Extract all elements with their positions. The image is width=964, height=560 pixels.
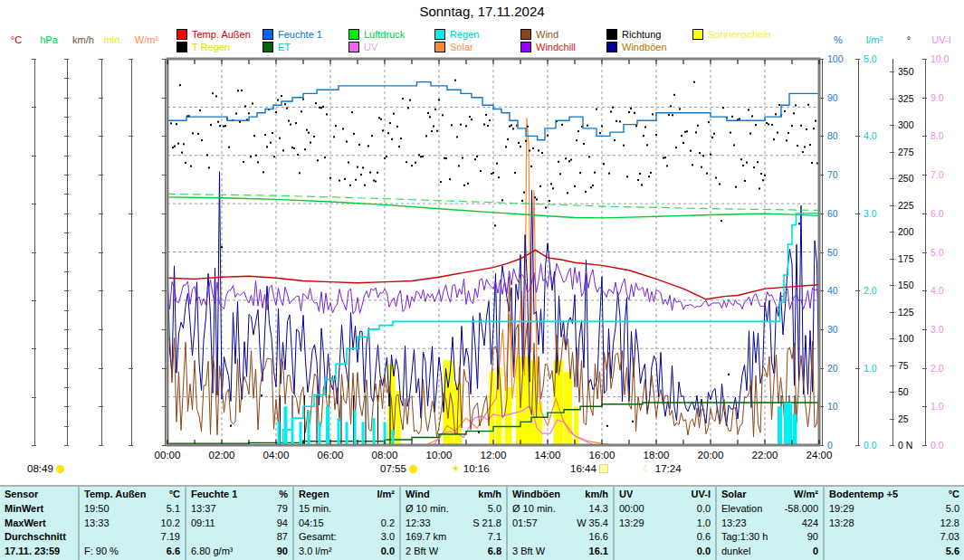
- group-row: 0.6: [619, 530, 711, 545]
- group-row: 19:295.0: [829, 502, 959, 517]
- group-row: 09:1194: [191, 517, 288, 531]
- group-row: 16.6: [512, 530, 608, 545]
- group-row: 13:3310.2: [84, 517, 180, 531]
- x-tick-label: 06:00: [318, 450, 344, 460]
- x-tick-label: 12:00: [481, 450, 507, 460]
- x-tick-label: 04:00: [263, 450, 290, 460]
- x-tick-label: 14:00: [535, 450, 561, 460]
- time-annotation: ☀10:16: [451, 463, 490, 474]
- group-row: F: 90 %6.6: [84, 545, 180, 559]
- plot-area: [0, 0, 964, 502]
- group-row: 13:2812.8: [829, 517, 959, 531]
- time-annotation: 07:55: [380, 463, 417, 474]
- row-label: MinWert: [5, 502, 73, 517]
- group-row: 0.0: [619, 545, 711, 559]
- row-label-column: SensorMinWertMaxWertDurchschnitt17.11. 2…: [0, 487, 78, 560]
- group-header: UVUV-I: [619, 488, 711, 502]
- group-row: 13:3779: [191, 502, 288, 517]
- row-label: Sensor: [5, 488, 73, 502]
- group-row: 3.0 l/m²0.0: [299, 545, 395, 559]
- group-row: 2 Bft W6.8: [406, 545, 501, 559]
- sun-icon: [409, 465, 417, 473]
- sensor-group-windb-en: Windböenkm/hØ 10 min.14.301:57W 35.416.6…: [506, 487, 613, 560]
- group-row: 01:57W 35.4: [512, 517, 608, 531]
- sensor-group-uv: UVUV-I00:000.013:291.00.60.0: [613, 487, 715, 560]
- x-tick-label: 22:00: [752, 450, 778, 460]
- group-header: Feuchte 1%: [191, 488, 288, 502]
- group-header: SolarW/m²: [721, 488, 818, 502]
- moon-icon: ☾: [643, 465, 653, 473]
- sensor-group-bodentemp-5: Bodentemp +5°C19:295.013:2812.87.035.6: [823, 487, 964, 560]
- sensor-group-temp-au-en: Temp. Außen°C19:505.113:3310.27.19F: 90 …: [78, 487, 185, 560]
- group-row: 87: [191, 530, 288, 545]
- sun-icon: [56, 465, 64, 473]
- series-temp-aussen: [167, 250, 819, 299]
- pale-sun-icon: [599, 464, 608, 473]
- x-tick-label: 20:00: [698, 450, 724, 460]
- row-label: Durchschnitt: [5, 530, 73, 545]
- time-annotation: ☾17:24: [643, 463, 682, 474]
- x-tick-label: 00:00: [155, 450, 181, 460]
- annotation-time: 16:44: [570, 463, 597, 474]
- group-header: Bodentemp +5°C: [829, 488, 959, 502]
- group-row: 04:150.2: [299, 517, 395, 531]
- group-row: Elevation-58.000: [721, 502, 818, 517]
- annotation-time: 10:16: [463, 463, 490, 474]
- group-header: Regenl/m²: [299, 488, 395, 502]
- annotation-time: 17:24: [655, 463, 682, 474]
- x-tick-label: 24:00: [807, 450, 833, 460]
- group-row: 7.03: [829, 530, 959, 545]
- group-row: 3 Bft W16.1: [512, 545, 608, 559]
- x-tick-label: 08:00: [372, 450, 398, 460]
- group-row: 7.19: [84, 530, 180, 545]
- group-row: 13:291.0: [619, 517, 711, 531]
- sensor-group-regen: Regenl/m²15 min.04:150.2Gesamt:3.03.0 l/…: [292, 487, 399, 560]
- group-row: 6.80 g/m³90: [191, 545, 288, 559]
- sensor-group-solar: SolarW/m²Elevation-58.00013:23424Tag:1:3…: [715, 487, 823, 560]
- stats-table: SensorMinWertMaxWertDurchschnitt17.11. 2…: [0, 485, 964, 560]
- x-tick-label: 10:00: [426, 450, 453, 460]
- group-row: 13:23424: [721, 517, 818, 531]
- annotation-time: 08:49: [27, 463, 53, 474]
- group-header: Windkm/h: [406, 488, 501, 502]
- group-row: Ø 10 min.14.3: [512, 502, 608, 517]
- annotation-time: 07:55: [380, 463, 406, 474]
- x-tick-label: 18:00: [644, 450, 670, 460]
- group-row: 00:000.0: [619, 502, 711, 517]
- group-row: Gesamt:3.0: [299, 530, 395, 545]
- group-row: 15 min.: [299, 502, 395, 517]
- group-row: 19:505.1: [84, 502, 180, 517]
- x-tick-label: 02:00: [209, 450, 235, 460]
- row-label: 17.11. 23:59: [5, 545, 73, 559]
- group-row: Tag:1:30 h90: [721, 530, 818, 545]
- group-row: Ø 10 min.5.0: [406, 502, 501, 517]
- group-row: dunkel0: [721, 545, 818, 559]
- sensor-group-wind: Windkm/hØ 10 min.5.012:33S 21.8169.7 km7…: [399, 487, 506, 560]
- group-row: 169.7 km7.1: [406, 530, 501, 545]
- group-header: Temp. Außen°C: [84, 488, 180, 502]
- time-annotation: 16:44: [570, 463, 608, 474]
- sunrise-icon: ☀: [451, 465, 461, 473]
- group-header: Windböenkm/h: [512, 488, 608, 502]
- group-row: 12:33S 21.8: [406, 517, 501, 531]
- time-annotation: 08:49: [27, 463, 64, 474]
- group-row: 5.6: [829, 545, 959, 559]
- row-label: MaxWert: [5, 517, 73, 531]
- x-tick-label: 16:00: [589, 450, 616, 460]
- sensor-group-feuchte-1: Feuchte 1%13:377909:1194876.80 g/m³90: [185, 487, 292, 560]
